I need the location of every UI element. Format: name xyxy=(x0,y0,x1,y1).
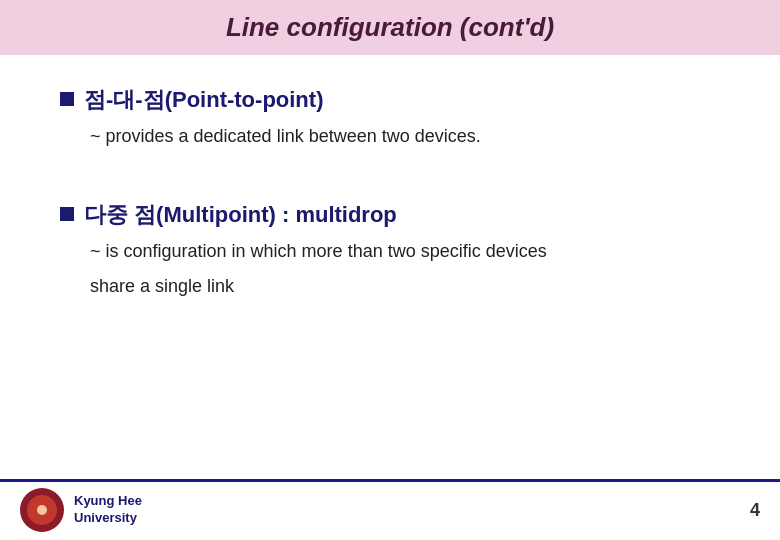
spacer xyxy=(60,170,730,180)
section-point-to-point: 점-대-점(Point-to-point) ~ provides a dedic… xyxy=(60,85,730,150)
bullet-square-icon xyxy=(60,92,74,106)
slide-container: Line configuration (cont'd) 점-대-점(Point-… xyxy=(0,0,780,540)
university-line1: Kyung Hee xyxy=(74,493,142,510)
section1-heading: 점-대-점(Point-to-point) xyxy=(60,85,730,115)
section2-detail-line2: share a single link xyxy=(90,273,730,300)
section2-detail-line1: ~ is configuration in which more than tw… xyxy=(90,238,730,265)
university-name: Kyung Hee University xyxy=(74,493,142,527)
footer-left: Kyung Hee University xyxy=(20,488,142,532)
footer: Kyung Hee University 4 xyxy=(0,479,780,540)
content-area: 점-대-점(Point-to-point) ~ provides a dedic… xyxy=(0,55,780,479)
page-number: 4 xyxy=(750,500,760,521)
section2-heading: 다중 점(Multipoint) : multidrop xyxy=(60,200,730,230)
logo-inner xyxy=(24,492,60,528)
university-logo xyxy=(20,488,64,532)
university-line2: University xyxy=(74,510,142,527)
title-bar: Line configuration (cont'd) xyxy=(0,0,780,55)
bullet-square-icon-2 xyxy=(60,207,74,221)
section1-detail: ~ provides a dedicated link between two … xyxy=(90,123,730,150)
logo-dot xyxy=(37,505,47,515)
slide-title: Line configuration (cont'd) xyxy=(226,12,554,42)
section-multipoint: 다중 점(Multipoint) : multidrop ~ is config… xyxy=(60,200,730,300)
